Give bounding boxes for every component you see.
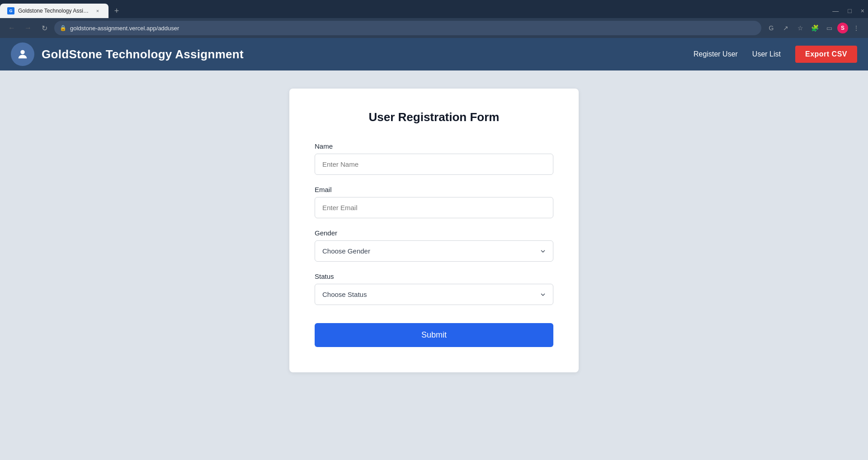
active-tab[interactable]: G Goldstone Technology Assignme ×	[0, 4, 108, 18]
profile-avatar[interactable]: S	[837, 23, 848, 33]
tab-title: Goldstone Technology Assignme	[18, 8, 90, 14]
email-input[interactable]	[315, 197, 553, 218]
browser-chrome: G Goldstone Technology Assignme × + — □ …	[0, 0, 868, 38]
register-user-link[interactable]: Register User	[693, 50, 738, 58]
app-header: GoldStone Technology Assignment Register…	[0, 38, 868, 70]
close-window-button[interactable]: ×	[857, 5, 868, 16]
tab-close-button[interactable]: ×	[94, 7, 101, 14]
gender-field-group: Gender Choose Gender Male Female Other	[315, 229, 553, 262]
status-field-group: Status Choose Status Active Inactive	[315, 272, 553, 305]
gender-select[interactable]: Choose Gender Male Female Other	[315, 240, 553, 262]
svg-point-0	[20, 50, 24, 54]
status-label: Status	[315, 272, 553, 280]
address-bar[interactable]: 🔒 goldstone-assignment.vercel.app/adduse…	[54, 21, 761, 35]
window-controls: — □ ×	[829, 5, 868, 16]
header-nav: Register User User List Export CSV	[693, 46, 857, 63]
share-icon[interactable]: ↗	[779, 22, 792, 34]
google-icon[interactable]: G	[765, 22, 778, 34]
export-csv-button[interactable]: Export CSV	[795, 46, 857, 63]
sidebar-icon[interactable]: ▭	[823, 22, 835, 34]
registration-form: Name Email Gender Choose Gender Male Fem…	[315, 142, 553, 347]
registration-form-card: User Registration Form Name Email Gender…	[289, 89, 579, 372]
app-title: GoldStone Technology Assignment	[42, 47, 244, 61]
submit-button[interactable]: Submit	[315, 323, 553, 347]
logo-avatar	[11, 42, 34, 66]
new-tab-button[interactable]: +	[110, 5, 123, 17]
lock-icon: 🔒	[60, 25, 66, 31]
forward-button[interactable]: →	[22, 22, 34, 34]
minimize-button[interactable]: —	[829, 5, 842, 16]
browser-tab-bar: G Goldstone Technology Assignme × + — □ …	[0, 0, 868, 18]
refresh-button[interactable]: ↻	[38, 22, 51, 34]
extensions-icon[interactable]: 🧩	[808, 22, 821, 34]
browser-controls: ← → ↻ 🔒 goldstone-assignment.vercel.app/…	[0, 18, 868, 38]
page-content: User Registration Form Name Email Gender…	[0, 70, 868, 460]
app-logo: GoldStone Technology Assignment	[11, 42, 244, 66]
name-field-group: Name	[315, 142, 553, 175]
bookmark-icon[interactable]: ☆	[794, 22, 807, 34]
gender-label: Gender	[315, 229, 553, 237]
tab-favicon: G	[7, 7, 14, 14]
back-button[interactable]: ←	[5, 22, 18, 34]
email-label: Email	[315, 186, 553, 193]
name-label: Name	[315, 142, 553, 150]
email-field-group: Email	[315, 186, 553, 218]
url-text: goldstone-assignment.vercel.app/adduser	[70, 25, 756, 32]
browser-actions: G ↗ ☆ 🧩 ▭ S ⋮	[765, 22, 863, 34]
name-input[interactable]	[315, 154, 553, 175]
maximize-button[interactable]: □	[844, 5, 855, 16]
menu-icon[interactable]: ⋮	[850, 22, 863, 34]
user-list-link[interactable]: User List	[752, 50, 781, 58]
form-title: User Registration Form	[315, 110, 553, 124]
status-select[interactable]: Choose Status Active Inactive	[315, 284, 553, 305]
